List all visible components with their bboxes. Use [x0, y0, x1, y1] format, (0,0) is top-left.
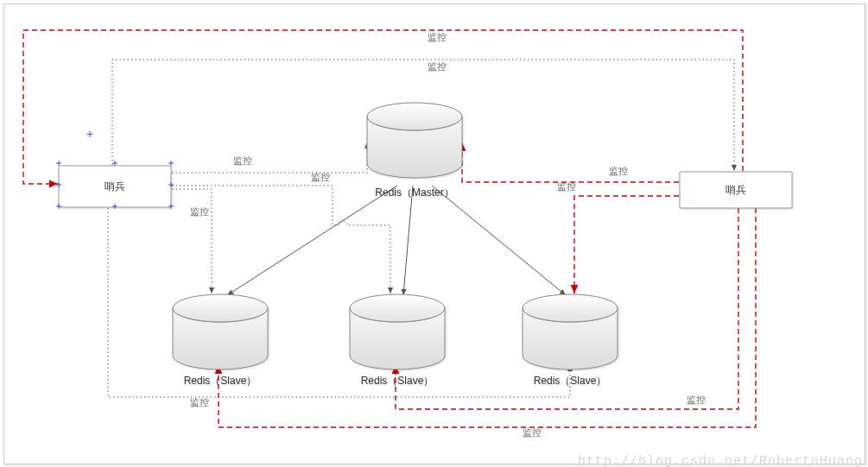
diagram-frame: 监控 监控 监控 监控 监控 监控 监控 监控 监控 监控 + 哨兵: [3, 3, 865, 464]
edge-sr-slave3-label: 监控: [557, 181, 576, 192]
edge-sl-sr-label: 监控: [428, 61, 447, 72]
sentinel-right-label: 哨兵: [725, 184, 746, 196]
edge-sl-master: [172, 142, 367, 173]
edge-sr-slave3: [574, 196, 679, 293]
edge-master-slave1: [227, 186, 397, 295]
redis-slave-2: Redis（Slave）: [350, 294, 445, 387]
redis-master-label: Redis（Master）: [375, 186, 453, 199]
svg-point-4: [350, 294, 445, 322]
edge-sr-slave1: [219, 208, 756, 427]
redis-slave-1-label: Redis（Slave）: [184, 375, 257, 387]
svg-point-3: [173, 294, 268, 322]
edge-sl-slave1: [172, 189, 212, 293]
edge-sl-slave2: [172, 186, 390, 293]
edge-sl-slave2-label: 监控: [311, 172, 330, 182]
redis-slave-3: Redis（Slave）: [523, 294, 618, 387]
sentinel-left-label: 哨兵: [105, 180, 125, 192]
edge-sr-master: [462, 142, 679, 182]
redis-slave-1: Redis（Slave）: [173, 294, 268, 387]
edge-sl-slave1-label: 监控: [190, 206, 209, 217]
edge-sr-slave2-label: 监控: [687, 394, 706, 405]
edge-sr-sl-label: 监控: [428, 32, 447, 42]
sentinel-right: 哨兵: [680, 172, 792, 208]
diagram-canvas: 监控 监控 监控 监控 监控 监控 监控 监控 监控 监控 + 哨兵: [4, 4, 865, 464]
edge-master-slave3: [432, 186, 566, 295]
plus-handle: +: [86, 127, 93, 141]
edge-sr-slave1-label: 监控: [523, 427, 542, 438]
redis-slave-3-label: Redis（Slave）: [534, 375, 607, 387]
sentinel-left: + 哨兵: [56, 127, 174, 209]
svg-point-5: [523, 294, 618, 322]
edge-sr-master-label: 监控: [609, 166, 628, 176]
redis-slave-2-label: Redis（Slave）: [361, 375, 434, 387]
edge-sl-master-label: 监控: [233, 155, 252, 166]
svg-point-2: [367, 103, 462, 130]
edge-sl-slave3-label: 监控: [190, 397, 209, 407]
edge-master-slave2: [403, 186, 413, 295]
redis-master: Redis（Master）: [367, 103, 462, 199]
